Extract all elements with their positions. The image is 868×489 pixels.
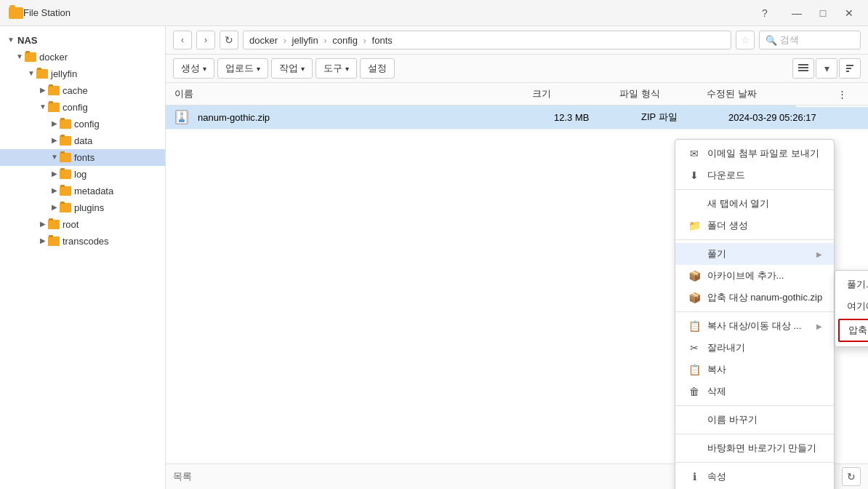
window-controls: ? — □ ✕ <box>755 4 859 22</box>
root-arrow[interactable] <box>38 220 48 230</box>
menu-email[interactable]: ✉ 이메일 첨부 파일로 보내기 <box>675 143 834 164</box>
menu-download[interactable]: ⬇ 다운로드 <box>675 164 834 186</box>
file-type-cell: ZIP 파일 <box>641 111 728 124</box>
menu-cut[interactable]: ✂ 잘라내기 <box>675 337 834 359</box>
sidebar-item-fonts[interactable]: fonts <box>0 149 165 166</box>
menu-compress[interactable]: 📦 압축 대상 nanum-gothic.zip <box>675 287 834 309</box>
menu-divider-2 <box>675 239 834 240</box>
create-button[interactable]: 생성 ▾ <box>173 58 214 79</box>
download-icon: ⬇ <box>687 170 702 181</box>
maximize-button[interactable]: □ <box>813 4 833 22</box>
transcodes-arrow[interactable] <box>38 236 48 247</box>
docker-label: docker <box>39 52 68 63</box>
menu-archive-add[interactable]: 📦 아카이브에 추가... <box>675 265 834 287</box>
refresh-button[interactable]: ↻ <box>220 31 238 49</box>
jellyfin-arrow[interactable] <box>26 69 36 79</box>
search-bar[interactable]: 🔍 검색 <box>759 31 861 49</box>
sidebar-item-data[interactable]: data <box>0 132 165 149</box>
submenu-extract-here[interactable]: 여기에 압축 풀기 <box>835 295 868 317</box>
minimize-button[interactable]: — <box>787 4 807 22</box>
sidebar-item-config[interactable]: config <box>0 116 165 132</box>
email-icon: ✉ <box>687 148 702 159</box>
path-bar[interactable]: docker › jellyfin › config › fonts <box>243 31 731 49</box>
menu-extract[interactable]: 풀기 ▶ <box>675 243 834 265</box>
log-arrow[interactable] <box>49 170 60 180</box>
menu-desktop[interactable]: 바탕화면 바로가기 만들기 <box>675 437 834 459</box>
app-icon <box>9 7 23 19</box>
menu-rename[interactable]: 이름 바꾸기 <box>675 409 834 431</box>
metadata-label: metadata <box>74 186 113 196</box>
col-type-header[interactable]: 파일 형식 <box>619 87 707 100</box>
submenu-extract-to[interactable]: 압축 풀기 위치 nanum-gothic/ <box>838 319 868 342</box>
titlebar: File Station ? — □ ✕ <box>0 0 868 26</box>
tools-button[interactable]: 도구 ▾ <box>316 58 357 79</box>
svg-rect-8 <box>179 119 185 122</box>
menu-delete[interactable]: 🗑 삭제 <box>675 381 834 402</box>
app-title: File Station <box>23 7 755 18</box>
config-parent-folder-icon <box>48 103 60 112</box>
sidebar-item-nas[interactable]: NAS <box>0 32 165 49</box>
sort-button[interactable] <box>839 58 861 79</box>
cut-icon: ✂ <box>687 342 702 354</box>
archive-icon: 📦 <box>687 270 702 282</box>
menu-new-tab[interactable]: 새 탭에서 열기 <box>675 193 834 215</box>
plugins-arrow[interactable] <box>49 203 60 213</box>
sidebar-item-transcodes[interactable]: transcodes <box>0 233 165 250</box>
bottom-refresh-button[interactable]: ↻ <box>842 467 861 486</box>
close-button[interactable]: ✕ <box>839 4 859 22</box>
nas-arrow[interactable] <box>6 36 16 46</box>
metadata-arrow[interactable] <box>49 186 60 196</box>
sidebar-item-metadata[interactable]: metadata <box>0 183 165 199</box>
col-date-header[interactable]: 수정된 날짜 <box>707 87 837 100</box>
submenu-extract[interactable]: 풀기... <box>835 274 868 295</box>
copy-icon: 📋 <box>687 364 702 375</box>
menu-properties[interactable]: ℹ 속성 <box>675 466 834 488</box>
nav-toolbar: ‹ › ↻ docker › jellyfin › config › fonts… <box>166 26 868 55</box>
settings-button[interactable]: 설정 <box>360 58 395 79</box>
view-dropdown-button[interactable]: ▾ <box>816 58 837 79</box>
sidebar-item-plugins[interactable]: plugins <box>0 199 165 216</box>
data-label: data <box>74 135 92 146</box>
help-button[interactable]: ? <box>755 4 775 22</box>
data-folder-icon <box>60 136 71 146</box>
sidebar-item-docker[interactable]: docker <box>0 49 165 65</box>
transcodes-folder-icon <box>48 236 60 246</box>
sidebar-item-log[interactable]: log <box>0 166 165 183</box>
docker-arrow[interactable] <box>15 52 25 63</box>
forward-button[interactable]: › <box>196 31 215 49</box>
cache-arrow[interactable] <box>38 86 48 96</box>
file-name-cell: nanum-gothic.zip <box>174 110 554 124</box>
menu-divider-3 <box>675 311 834 312</box>
menu-copy[interactable]: 📋 복사 <box>675 359 834 381</box>
config-arrow[interactable] <box>49 119 60 130</box>
sidebar-item-root[interactable]: root <box>0 216 165 233</box>
col-name-header[interactable]: 이름 <box>174 87 532 100</box>
view-buttons: ▾ <box>792 58 861 79</box>
main-layout: NAS docker jellyfin cache config <box>0 26 868 489</box>
fonts-arrow[interactable] <box>49 153 60 163</box>
config-parent-label: config <box>63 102 88 113</box>
list-view-button[interactable] <box>792 58 814 79</box>
sidebar-item-jellyfin[interactable]: jellyfin <box>0 65 165 82</box>
table-row[interactable]: nanum-gothic.zip 12.3 MB ZIP 파일 2024-03-… <box>166 106 868 130</box>
col-more-header: ⋮ <box>837 89 859 100</box>
action-button[interactable]: 작업 ▾ <box>271 58 313 79</box>
submenu: 풀기... 여기에 압축 풀기 압축 풀기 위치 nanum-gothic/ <box>835 270 868 347</box>
metadata-folder-icon <box>60 186 71 196</box>
config-parent-arrow[interactable] <box>38 103 48 113</box>
sidebar-item-config-parent[interactable]: config <box>0 99 165 116</box>
transcodes-label: transcodes <box>63 236 109 247</box>
data-arrow[interactable] <box>49 136 60 146</box>
log-label: log <box>74 169 87 180</box>
zip-icon <box>175 110 188 124</box>
sidebar-item-cache[interactable]: cache <box>0 82 165 99</box>
docker-folder-icon <box>25 52 36 62</box>
favorite-button[interactable]: ☆ <box>736 31 755 49</box>
upload-button[interactable]: 업로드 ▾ <box>217 58 268 79</box>
menu-copy-move[interactable]: 📋 복사 대상/이동 대상 ... ▶ <box>675 315 834 337</box>
col-size-header[interactable]: 크기 <box>532 87 619 100</box>
menu-new-folder[interactable]: 📁 폴더 생성 <box>675 215 834 236</box>
back-button[interactable]: ‹ <box>173 31 192 49</box>
menu-divider-1 <box>675 189 834 190</box>
file-name: nanum-gothic.zip <box>198 112 270 123</box>
